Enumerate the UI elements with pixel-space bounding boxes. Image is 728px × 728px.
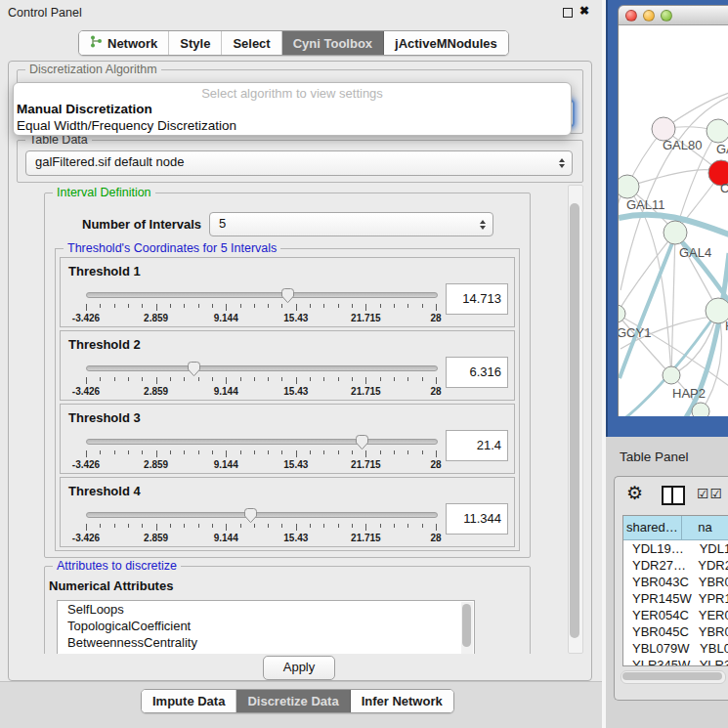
- table-row[interactable]: YDR27…YDR2: [623, 557, 728, 574]
- table-row[interactable]: YBR045CYBR0: [623, 623, 728, 640]
- table-cell[interactable]: YDL19…: [623, 540, 693, 557]
- gear-icon[interactable]: ⚙: [626, 482, 643, 504]
- network-node[interactable]: [664, 221, 687, 244]
- slider-track[interactable]: [86, 512, 438, 518]
- tab-jactivemnodules[interactable]: jActiveMNodules: [384, 31, 508, 55]
- table-cell[interactable]: YDR27…: [623, 557, 691, 574]
- slider-tick: [281, 450, 282, 454]
- slider-tick: [407, 450, 408, 454]
- table-cell[interactable]: YBR043C: [623, 574, 692, 590]
- slider-thumb[interactable]: [187, 361, 201, 377]
- table-cell[interactable]: YDL1: [693, 540, 728, 557]
- table-row[interactable]: YLR345WYLR3: [623, 657, 728, 666]
- table-cell[interactable]: YPR145W: [623, 590, 692, 607]
- table-cell[interactable]: YPR1: [692, 590, 728, 607]
- table-data-combo[interactable]: galFiltered.sif default node: [25, 150, 573, 176]
- slider-tick: [170, 524, 171, 528]
- slider-thumb[interactable]: [280, 287, 295, 304]
- table-cell[interactable]: YDR2: [691, 557, 728, 574]
- table-cell[interactable]: YLR345W: [623, 657, 693, 666]
- scrollbar-thumb[interactable]: [462, 604, 471, 647]
- slider-tick: [100, 450, 101, 454]
- split-columns-icon[interactable]: [662, 486, 685, 505]
- tab-impute-data[interactable]: Impute Data: [142, 690, 236, 712]
- tab-label: Impute Data: [152, 694, 225, 708]
- tab-select[interactable]: Select: [222, 31, 281, 55]
- float-window-icon[interactable]: [563, 8, 573, 18]
- panel-vertical-scrollbar[interactable]: [568, 185, 583, 654]
- close-icon[interactable]: ✖: [579, 4, 589, 18]
- group-title: Attributes to discretize: [53, 559, 181, 573]
- attributes-scrollbar[interactable]: [461, 602, 473, 654]
- slider-track[interactable]: [86, 365, 438, 371]
- checkbox-columns-icon[interactable]: ☑☑: [697, 486, 723, 501]
- attribute-item[interactable]: BetweennessCentrality: [58, 634, 474, 651]
- threshold-row: Threshold 4-3.4262.8599.14415.4321.71528…: [60, 477, 515, 547]
- cyni-mode-tabs: Impute DataDiscretize DataInfer Network: [141, 689, 454, 713]
- table-cell[interactable]: YER054C: [623, 607, 692, 623]
- scrollbar-thumb[interactable]: [622, 672, 722, 680]
- numerical-attributes-list[interactable]: SelfLoopsTopologicalCoefficientBetweenne…: [57, 600, 475, 654]
- slider-tick-label: 2.859: [144, 386, 168, 397]
- table-cell[interactable]: YBL079W: [623, 640, 693, 657]
- attribute-item[interactable]: SelfLoops: [58, 601, 474, 618]
- tab-label: jActiveMNodules: [395, 36, 497, 51]
- table-cell[interactable]: YLR3: [693, 657, 728, 666]
- slider-tick: [128, 377, 129, 381]
- slider-tick: [184, 304, 185, 308]
- zoom-traffic-light-icon[interactable]: [661, 10, 672, 21]
- threshold-value-field[interactable]: 6.316: [446, 357, 508, 388]
- algorithm-option-manual-discretization[interactable]: Manual Discretization: [14, 101, 571, 117]
- threshold-slider[interactable]: -3.4262.8599.14415.4321.71528: [86, 434, 436, 471]
- table-header-cell[interactable]: na: [682, 516, 728, 539]
- slider-track[interactable]: [86, 292, 438, 298]
- table-horizontal-scrollbar[interactable]: [621, 670, 726, 684]
- table-cell[interactable]: YBR0: [692, 574, 728, 590]
- slider-track[interactable]: [86, 439, 438, 445]
- slider-tick: [352, 304, 353, 308]
- slider-tick: [170, 304, 171, 308]
- table-row[interactable]: YBL079WYBL0: [623, 640, 728, 657]
- network-node[interactable]: [663, 366, 680, 384]
- slider-tick: [226, 377, 227, 384]
- close-traffic-light-icon[interactable]: [625, 10, 637, 21]
- network-node[interactable]: [707, 119, 728, 143]
- table-row[interactable]: YPR145WYPR1: [623, 590, 728, 607]
- attribute-item[interactable]: TopologicalCoefficient: [58, 618, 474, 634]
- table-row[interactable]: YDL19…YDL1: [623, 540, 728, 557]
- table-cell[interactable]: YBR0: [692, 623, 728, 640]
- table-row[interactable]: YBR043CYBR0: [623, 574, 728, 590]
- combo-stepper-icon: [480, 220, 486, 230]
- group-title: Interval Definition: [53, 186, 155, 199]
- threshold-value-field[interactable]: 14.713: [446, 283, 508, 315]
- slider-tick: [365, 304, 366, 311]
- table-header-cell[interactable]: shared…: [623, 516, 682, 539]
- table-cell[interactable]: YBR045C: [623, 623, 692, 640]
- threshold-value-field[interactable]: 11.344: [446, 503, 508, 535]
- threshold-slider[interactable]: -3.4262.8599.14415.4321.71528: [86, 287, 436, 324]
- threshold-value-field[interactable]: 21.4: [446, 430, 508, 461]
- slider-thumb[interactable]: [355, 434, 369, 450]
- tab-cyni-toolbox[interactable]: Cyni Toolbox: [282, 31, 384, 55]
- node-label: GAL80: [663, 138, 702, 152]
- network-canvas[interactable]: GAL80GACGAL11GAL4GCY1HHAP2: [619, 25, 728, 416]
- tab-network[interactable]: Network: [79, 31, 169, 55]
- network-node[interactable]: [619, 175, 639, 198]
- number-of-intervals-combo[interactable]: 5: [209, 212, 493, 236]
- tab-discretize-data[interactable]: Discretize Data: [236, 690, 350, 712]
- table-row[interactable]: YER054CYER0: [623, 607, 728, 623]
- scrollbar-thumb[interactable]: [570, 203, 579, 638]
- table-cell[interactable]: YER0: [692, 607, 728, 623]
- threshold-slider[interactable]: -3.4262.8599.14415.4321.71528: [86, 507, 436, 544]
- slider-tick: [296, 304, 297, 311]
- slider-tick-label: 28: [430, 533, 441, 543]
- tab-style[interactable]: Style: [169, 31, 222, 55]
- tab-infer-network[interactable]: Infer Network: [351, 690, 453, 712]
- table-cell[interactable]: YBL0: [693, 640, 728, 657]
- algorithm-option-equal-width-frequency-discretization[interactable]: Equal Width/Frequency Discretization: [14, 117, 571, 134]
- apply-button[interactable]: Apply: [263, 656, 335, 680]
- network-node[interactable]: [692, 403, 709, 416]
- threshold-slider[interactable]: -3.4262.8599.14415.4321.71528: [86, 361, 436, 398]
- slider-thumb[interactable]: [243, 507, 258, 524]
- minimize-traffic-light-icon[interactable]: [643, 10, 655, 21]
